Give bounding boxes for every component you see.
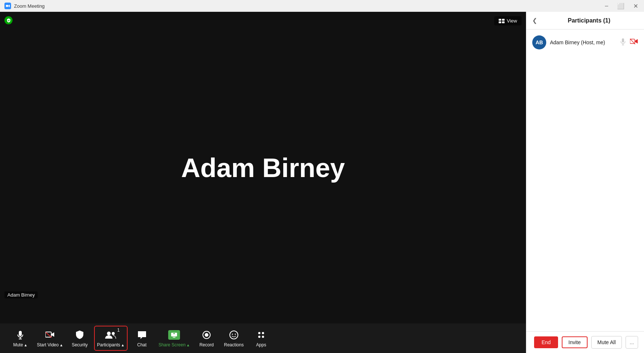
share-screen-button[interactable]: Share Screen ▲ [156, 326, 192, 351]
svg-point-10 [112, 332, 115, 335]
more-button[interactable]: ... [626, 336, 638, 349]
mic-muted-icon [620, 38, 626, 47]
window-controls: – ⬜ ✕ [603, 3, 640, 10]
svg-point-22 [258, 336, 260, 338]
svg-point-19 [235, 334, 236, 335]
participant-controls [620, 38, 638, 47]
svg-point-23 [262, 336, 264, 338]
participant-name: Adam Birney (Host, me) [550, 39, 605, 45]
video-arrow[interactable]: ▲ [59, 343, 63, 347]
mute-button[interactable]: Mute ▲ [7, 326, 33, 351]
collapse-button[interactable]: ❮ [532, 17, 537, 24]
record-icon [201, 329, 212, 341]
name-tag: Adam Birney [4, 291, 38, 298]
maximize-button[interactable]: ⬜ [616, 3, 626, 10]
apps-button[interactable]: Apps [248, 326, 274, 351]
participant-item: AB Adam Birney (Host, me) [526, 32, 644, 52]
start-video-button[interactable]: Start Video ▲ [35, 326, 65, 351]
participants-arrow[interactable]: ▲ [121, 343, 125, 347]
right-panel: ❮ Participants (1) AB Adam Birney (Host,… [526, 12, 644, 353]
security-button[interactable]: Security [67, 326, 93, 351]
view-button[interactable]: View [494, 16, 522, 25]
svg-point-16 [205, 333, 208, 337]
participants-list: AB Adam Birney (Host, me) [526, 30, 644, 183]
svg-point-21 [262, 332, 264, 334]
participant-count: 1 [117, 328, 120, 333]
security-icon [74, 329, 86, 341]
mute-all-button[interactable]: Mute All [591, 336, 622, 349]
invite-button[interactable]: Invite [562, 336, 587, 348]
reactions-icon [228, 329, 240, 341]
svg-point-17 [230, 331, 238, 339]
share-arrow[interactable]: ▲ [186, 343, 190, 347]
close-button[interactable]: ✕ [632, 3, 640, 10]
svg-rect-4 [502, 21, 505, 23]
title-bar: Zoom Meeting – ⬜ ✕ [0, 0, 644, 12]
video-muted-icon [630, 38, 638, 47]
participant-info: Adam Birney (Host, me) [550, 39, 616, 46]
video-content: View Adam Birney Adam Birney [0, 12, 526, 323]
avatar: AB [532, 35, 546, 49]
main-container: View Adam Birney Adam Birney [0, 12, 644, 353]
record-button[interactable]: Record [194, 326, 219, 351]
toolbar: Mute ▲ Start Video ▲ [0, 323, 526, 353]
svg-rect-3 [499, 21, 501, 23]
panel-header: ❮ Participants (1) [526, 12, 644, 30]
svg-line-8 [46, 332, 52, 338]
panel-title: Participants (1) [540, 17, 638, 24]
participants-button[interactable]: 1 Participants ▲ [94, 326, 128, 351]
svg-rect-2 [502, 19, 505, 21]
chat-button[interactable]: Chat [129, 326, 155, 351]
mute-arrow[interactable]: ▲ [24, 343, 27, 347]
end-button[interactable]: End [534, 336, 558, 348]
reactions-button[interactable]: Reactions [221, 326, 247, 351]
window-title: Zoom Meeting [14, 3, 603, 9]
apps-icon [255, 329, 267, 341]
security-badge [4, 16, 13, 24]
main-participant-name: Adam Birney [181, 153, 345, 183]
security-shield-icon [4, 16, 13, 24]
minimize-button[interactable]: – [603, 3, 610, 10]
svg-rect-1 [499, 19, 501, 21]
panel-footer: End Invite Mute All ... [526, 331, 644, 353]
share-screen-icon [168, 329, 180, 341]
chat-icon [136, 329, 148, 341]
mute-icon [14, 329, 26, 341]
video-icon [44, 329, 56, 341]
svg-point-20 [258, 332, 260, 334]
svg-point-18 [232, 334, 233, 335]
zoom-logo [4, 3, 11, 9]
video-area: View Adam Birney Adam Birney [0, 12, 526, 353]
participants-icon: 1 [105, 329, 117, 341]
svg-point-9 [107, 332, 111, 335]
